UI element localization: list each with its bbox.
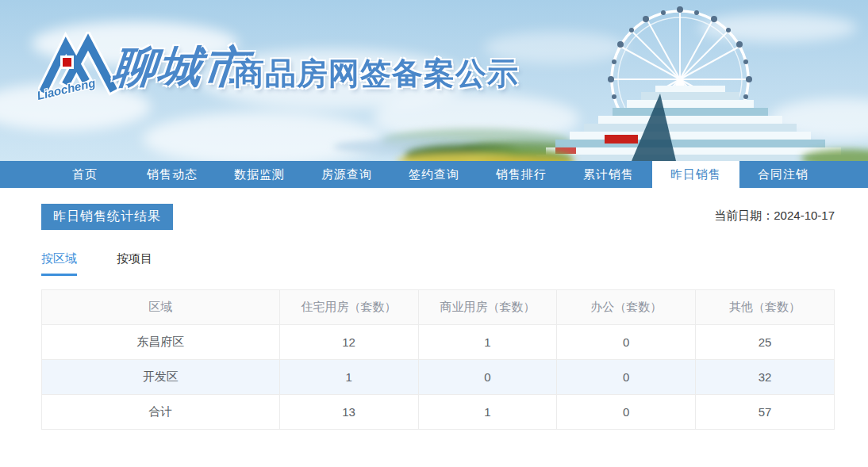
nav-item-sales-ranking[interactable]: 销售排行 — [478, 161, 565, 188]
cell-value: 1 — [418, 395, 557, 430]
cell-value: 13 — [279, 395, 418, 430]
main-nav: 首页 销售动态 数据监测 房源查询 签约查询 销售排行 累计销售 昨日销售 合同… — [0, 161, 868, 188]
cell-value: 1 — [418, 325, 557, 360]
nav-item-cumulative-sales[interactable]: 累计销售 — [565, 161, 652, 188]
table-row-dongchangfu: 东昌府区 12 1 0 25 — [42, 325, 835, 360]
cell-region: 开发区 — [42, 360, 280, 395]
red-sign — [605, 135, 638, 144]
nav-item-listing-query[interactable]: 房源查询 — [303, 161, 390, 188]
cell-value: 0 — [557, 360, 696, 395]
cell-region: 合计 — [42, 395, 280, 430]
cell-value: 0 — [557, 325, 696, 360]
city-title: 聊城市 — [110, 38, 251, 97]
cell-region: 东昌府区 — [42, 325, 280, 360]
table-header-row: 区域 住宅用房（套数） 商业用房（套数） 办公（套数） 其他（套数） — [42, 290, 835, 325]
cell-value: 57 — [696, 395, 835, 430]
header-banner: Liaocheng 聊城市 商品房网签备案公示 — [0, 0, 868, 161]
site-logo: Liaocheng — [38, 32, 121, 105]
cell-value: 0 — [418, 360, 557, 395]
col-header-residential: 住宅用房（套数） — [279, 290, 418, 325]
col-header-other: 其他（套数） — [696, 290, 835, 325]
main-content: 昨日销售统计结果 当前日期：2024-10-17 按区域 按项目 区域 住宅用房… — [0, 188, 868, 430]
sales-stats-table: 区域 住宅用房（套数） 商业用房（套数） 办公（套数） 其他（套数） 东昌府区 … — [41, 289, 835, 430]
nav-item-contract-cancel[interactable]: 合同注销 — [739, 161, 827, 188]
nav-item-data-monitor[interactable]: 数据监测 — [216, 161, 303, 188]
tab-by-project[interactable]: 按项目 — [117, 251, 152, 276]
tab-by-region[interactable]: 按区域 — [41, 251, 77, 276]
nav-item-yesterday-sales[interactable]: 昨日销售 — [652, 161, 739, 188]
cell-value: 0 — [557, 395, 696, 430]
cell-value: 25 — [696, 325, 835, 360]
table-row-total: 合计 13 1 0 57 — [42, 395, 835, 430]
col-header-region: 区域 — [42, 290, 280, 325]
col-header-office: 办公（套数） — [557, 290, 696, 325]
nav-item-home[interactable]: 首页 — [41, 161, 129, 188]
cell-value: 32 — [696, 360, 835, 395]
nav-item-sales-dynamics[interactable]: 销售动态 — [129, 161, 216, 188]
current-date-label: 当前日期：2024-10-17 — [714, 209, 835, 224]
cell-value: 12 — [279, 325, 418, 360]
cell-value: 1 — [279, 360, 418, 395]
col-header-commercial: 商业用房（套数） — [418, 290, 557, 325]
nav-item-contract-query[interactable]: 签约查询 — [390, 161, 478, 188]
view-tabs: 按区域 按项目 — [41, 251, 835, 276]
page-main-title: 商品房网签备案公示 — [233, 52, 519, 95]
section-title-badge: 昨日销售统计结果 — [41, 204, 173, 230]
logo-red-square — [63, 58, 71, 67]
table-row-kaifaqu: 开发区 1 0 0 32 — [42, 360, 835, 395]
